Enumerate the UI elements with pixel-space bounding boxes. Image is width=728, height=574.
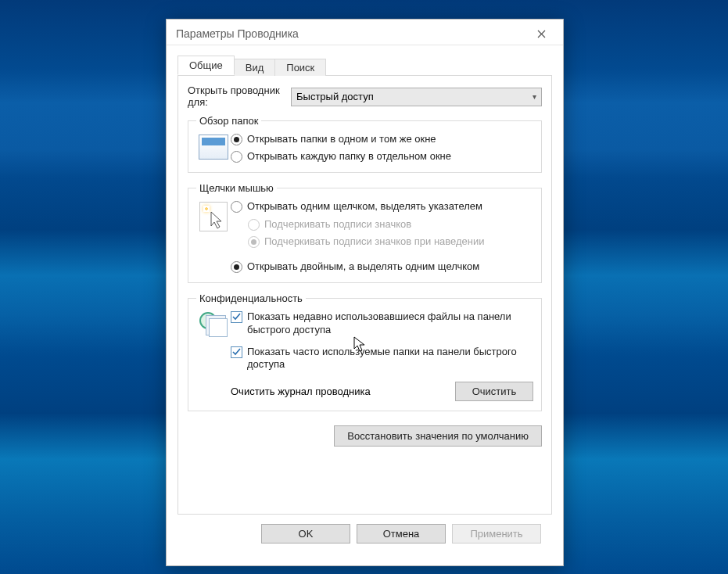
privacy-legend: Конфиденциальность <box>196 292 306 304</box>
checkbox-icon <box>231 311 242 323</box>
tab-content-general: Открыть проводник для: Быстрый доступ ▾ … <box>178 75 552 515</box>
folder-options-dialog: Параметры Проводника Общие Вид Поиск Отк… <box>166 19 564 566</box>
apply-button[interactable]: Применить <box>452 524 541 544</box>
browse-folders-group: Обзор папок Открывать папки в одном и то… <box>188 115 542 174</box>
radio-icon <box>248 236 260 248</box>
click-items-legend: Щелчки мышью <box>196 182 277 194</box>
open-explorer-select[interactable]: Быстрый доступ ▾ <box>291 88 542 106</box>
radio-icon <box>231 151 242 163</box>
radio-icon <box>231 134 242 145</box>
browse-folders-legend: Обзор папок <box>196 115 261 127</box>
radio-underline-always-label: Подчеркивать подписи значков <box>264 218 411 231</box>
close-icon <box>537 30 546 38</box>
check-frequent-folders[interactable]: Показать часто используемые папки на пан… <box>231 346 533 371</box>
radio-double-click[interactable]: Открывать двойным, а выделять одним щелч… <box>231 260 533 273</box>
tab-view[interactable]: Вид <box>235 59 276 76</box>
clear-button[interactable]: Очистить <box>455 382 533 401</box>
radio-icon <box>231 261 242 273</box>
radio-underline-hover: Подчеркивать подписи значков при наведен… <box>248 235 533 248</box>
radio-underline-hover-label: Подчеркивать подписи значков при наведен… <box>264 235 485 248</box>
radio-icon <box>231 201 242 213</box>
dialog-body: Открыть проводник для: Быстрый доступ ▾ … <box>167 75 563 565</box>
chevron-down-icon: ▾ <box>533 92 536 101</box>
check-frequent-folders-label: Показать часто используемые папки на пан… <box>247 346 533 371</box>
check-recent-files[interactable]: Показать недавно использовавшиеся файлы … <box>231 310 533 336</box>
open-explorer-label: Открыть проводник для: <box>188 85 291 109</box>
radio-same-window[interactable]: Открывать папки в одном и том же окне <box>231 133 533 145</box>
browse-folders-icon-slot <box>196 133 231 160</box>
click-items-group: Щелчки мышью Открыв <box>188 182 542 283</box>
click-items-icon-slot <box>196 200 231 231</box>
restore-defaults-button[interactable]: Восстановить значения по умолчанию <box>334 425 542 447</box>
restore-defaults-row: Восстановить значения по умолчанию <box>188 425 542 447</box>
privacy-group: Конфиденциальность <box>188 292 542 411</box>
dialog-button-bar: OK Отмена Применить <box>178 515 552 554</box>
close-button[interactable] <box>525 23 557 45</box>
clear-history-row: Очистить журнал проводника Очистить <box>231 382 533 401</box>
privacy-icon-slot <box>196 310 231 337</box>
titlebar: Параметры Проводника <box>167 20 563 45</box>
cancel-button[interactable]: Отмена <box>357 524 446 544</box>
radio-single-click[interactable]: Открывать одним щелчком, выделять указат… <box>231 200 533 213</box>
tab-strip: Общие Вид Поиск <box>178 56 552 75</box>
radio-separate-window-label: Открывать каждую папку в отдельном окне <box>247 150 451 163</box>
radio-double-click-label: Открывать двойным, а выделять одним щелч… <box>247 260 479 273</box>
check-recent-files-label: Показать недавно использовавшиеся файлы … <box>247 310 533 336</box>
recent-items-icon <box>199 312 228 337</box>
tabs-area: Общие Вид Поиск <box>167 45 563 75</box>
radio-single-click-label: Открывать одним щелчком, выделять указат… <box>247 200 482 213</box>
radio-separate-window[interactable]: Открывать каждую папку в отдельном окне <box>231 150 533 163</box>
checkbox-icon <box>231 346 242 358</box>
clear-history-label: Очистить журнал проводника <box>231 386 371 397</box>
open-explorer-selected: Быстрый доступ <box>296 91 374 102</box>
radio-same-window-label: Открывать папки в одном и том же окне <box>247 133 436 145</box>
open-explorer-row: Открыть проводник для: Быстрый доступ ▾ <box>188 85 542 109</box>
pointer-click-icon <box>199 202 228 231</box>
radio-underline-always: Подчеркивать подписи значков <box>248 218 533 231</box>
folder-window-icon <box>199 135 228 160</box>
tab-general[interactable]: Общие <box>178 56 235 75</box>
desktop-background: Параметры Проводника Общие Вид Поиск Отк… <box>0 0 728 574</box>
radio-icon <box>248 219 260 231</box>
tab-search[interactable]: Поиск <box>275 59 326 76</box>
window-title: Параметры Проводника <box>176 27 525 40</box>
ok-button[interactable]: OK <box>261 524 350 544</box>
